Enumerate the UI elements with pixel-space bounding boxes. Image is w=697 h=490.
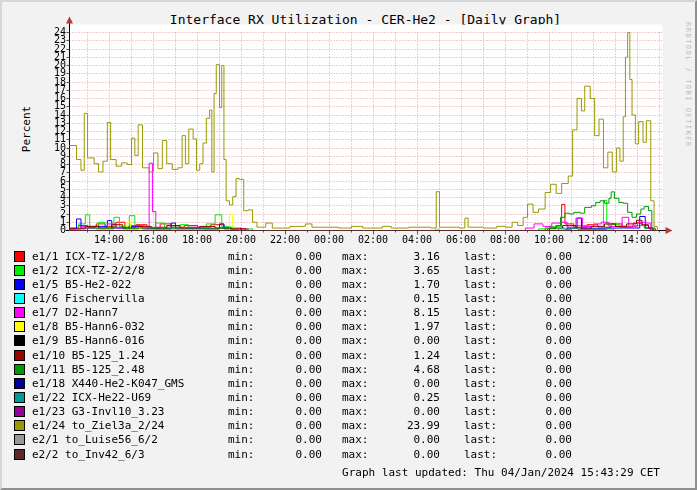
legend-row: e1/24 to_Ziel3a_2/24min:0.00max:23.99las… (14, 419, 684, 433)
x-tick-label: 18:00 (175, 235, 219, 245)
legend-color-swatch (14, 335, 25, 346)
legend-min-value: 0.00 (264, 306, 322, 319)
legend-max-value: 0.00 (378, 377, 440, 390)
legend-interface-name: e1/5 B5-He2-022 (32, 278, 228, 291)
legend-min-label: min: (228, 405, 264, 418)
legend-interface-name: e1/2 ICX-TZ-2/2/8 (32, 264, 228, 277)
legend-max-label: max: (342, 391, 378, 404)
x-tick-label: 16:00 (131, 235, 175, 245)
legend-last-label: last: (464, 264, 508, 277)
legend-row: e1/23 G3-Invl10_3.23min:0.00max:0.00last… (14, 405, 684, 419)
legend-max-value: 8.15 (378, 306, 440, 319)
legend-max-value: 0.25 (378, 391, 440, 404)
legend-max-label: max: (342, 250, 378, 263)
legend-min-label: min: (228, 391, 264, 404)
legend-max-value: 1.24 (378, 349, 440, 362)
legend-max-label: max: (342, 292, 378, 305)
legend-last-label: last: (464, 306, 508, 319)
legend-max-value: 3.16 (378, 250, 440, 263)
last-updated-text: Graph last updated: Thu 04/Jan/2024 15:4… (342, 466, 660, 479)
legend-color-swatch (14, 350, 25, 361)
rrdtool-graph-image: Interface RX Utilization - CER-He2 - [Da… (0, 0, 697, 490)
legend-interface-name: e2/2 to_Inv42_6/3 (32, 448, 228, 461)
legend-min-value: 0.00 (264, 349, 322, 362)
legend-last-value: 0.00 (508, 433, 572, 446)
legend-last-value: 0.00 (508, 278, 572, 291)
legend-row: e1/5 B5-He2-022min:0.00max:1.70last:0.00 (14, 277, 684, 291)
legend-min-label: min: (228, 334, 264, 347)
legend-last-label: last: (464, 433, 508, 446)
x-tick-label: 14:00 (615, 235, 659, 245)
legend-min-label: min: (228, 278, 264, 291)
legend-max-label: max: (342, 448, 378, 461)
legend-min-label: min: (228, 349, 264, 362)
legend-color-swatch (14, 434, 25, 445)
legend-last-value: 0.00 (508, 250, 572, 263)
legend-min-label: min: (228, 448, 264, 461)
legend-min-label: min: (228, 377, 264, 390)
legend-color-swatch (14, 406, 25, 417)
legend-last-label: last: (464, 391, 508, 404)
legend-min-value: 0.00 (264, 448, 322, 461)
legend-max-value: 1.70 (378, 278, 440, 291)
y-axis-title: Percent (21, 92, 33, 166)
x-tick-label: 08:00 (483, 235, 527, 245)
legend-row: e2/1 to_Luise56_6/2min:0.00max:0.00last:… (14, 433, 684, 447)
legend-last-value: 0.00 (508, 363, 572, 376)
legend-min-value: 0.00 (264, 278, 322, 291)
legend-min-value: 0.00 (264, 334, 322, 347)
legend-row: e1/7 D2-Hann7min:0.00max:8.15last:0.00 (14, 306, 684, 320)
legend-max-label: max: (342, 334, 378, 347)
legend-interface-name: e1/22 ICX-He22-U69 (32, 391, 228, 404)
legend-max-value: 0.00 (378, 433, 440, 446)
legend-max-label: max: (342, 363, 378, 376)
x-tick-label: 02:00 (351, 235, 395, 245)
legend-max-value: 0.00 (378, 405, 440, 418)
legend-interface-name: e1/18 X440-He2-K047_GMS (32, 377, 228, 390)
legend-interface-name: e1/11 B5-125_2.48 (32, 363, 228, 376)
legend-max-label: max: (342, 264, 378, 277)
legend-last-value: 0.00 (508, 264, 572, 277)
legend-min-label: min: (228, 264, 264, 277)
legend-color-swatch (14, 420, 25, 431)
legend-color-swatch (14, 307, 25, 318)
legend-min-value: 0.00 (264, 292, 322, 305)
legend-min-value: 0.00 (264, 433, 322, 446)
legend-row: e1/10 B5-125_1.24min:0.00max:1.24last:0.… (14, 348, 684, 362)
legend-min-label: min: (228, 306, 264, 319)
legend-max-label: max: (342, 377, 378, 390)
legend-min-value: 0.00 (264, 391, 322, 404)
legend-max-value: 0.15 (378, 292, 440, 305)
legend-color-swatch (14, 378, 25, 389)
legend-max-label: max: (342, 306, 378, 319)
legend-max-value: 1.97 (378, 320, 440, 333)
legend-interface-name: e1/7 D2-Hann7 (32, 306, 228, 319)
legend-row: e1/22 ICX-He22-U69min:0.00max:0.25last:0… (14, 390, 684, 404)
legend-last-value: 0.00 (508, 349, 572, 362)
legend-row: e1/8 B5-Hann6-032min:0.00max:1.97last:0.… (14, 320, 684, 334)
x-tick-label: 06:00 (439, 235, 483, 245)
legend-min-value: 0.00 (264, 405, 322, 418)
legend-last-value: 0.00 (508, 292, 572, 305)
rrdtool-watermark: RRDTOOL / TOBI OETIKER (684, 22, 692, 148)
legend-color-swatch (14, 364, 25, 375)
legend-max-value: 0.00 (378, 334, 440, 347)
legend-row: e1/18 X440-He2-K047_GMSmin:0.00max:0.00l… (14, 376, 684, 390)
legend-interface-name: e1/9 B5-Hann6-016 (32, 334, 228, 347)
legend-last-value: 0.00 (508, 448, 572, 461)
legend-max-label: max: (342, 405, 378, 418)
legend-interface-name: e1/24 to_Ziel3a_2/24 (32, 419, 228, 432)
legend-min-value: 0.00 (264, 419, 322, 432)
x-tick-label: 10:00 (527, 235, 571, 245)
legend-last-value: 0.00 (508, 320, 572, 333)
legend-last-label: last: (464, 334, 508, 347)
x-tick-label: 04:00 (395, 235, 439, 245)
legend-min-label: min: (228, 250, 264, 263)
legend-last-label: last: (464, 363, 508, 376)
legend-color-swatch (14, 321, 25, 332)
legend-last-label: last: (464, 419, 508, 432)
y-tick-label: 24 (40, 27, 66, 37)
legend-last-label: last: (464, 320, 508, 333)
legend-max-label: max: (342, 433, 378, 446)
interface-legend: e1/1 ICX-TZ-1/2/8min:0.00max:3.16last:0.… (14, 249, 684, 461)
